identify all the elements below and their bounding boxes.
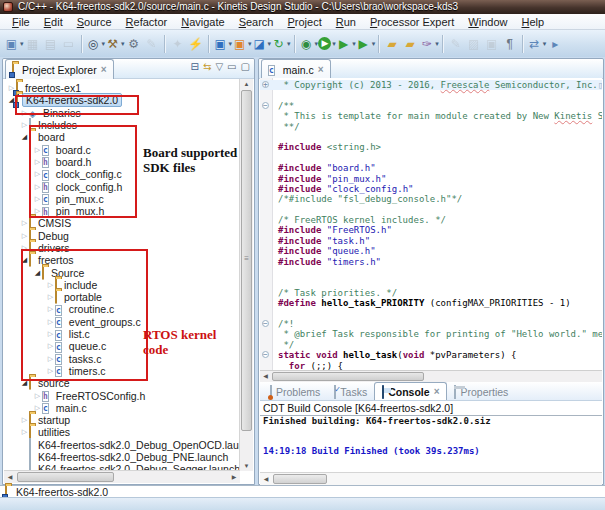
expand-arrow-icon[interactable]: ▷: [46, 355, 55, 363]
tree-horizontal-scrollbar[interactable]: ◀ ▶: [4, 470, 240, 483]
collapse-arrow-icon[interactable]: ◢: [20, 379, 29, 387]
scroll-left-icon[interactable]: ◀: [260, 371, 271, 382]
tab-main-c[interactable]: c main.c ×: [261, 59, 331, 79]
close-icon[interactable]: ×: [434, 386, 440, 397]
code-line[interactable]: */: [260, 340, 602, 350]
code-line[interactable]: #define hello_task_PRIORITY (configMAX_P…: [260, 298, 602, 308]
scroll-down-icon[interactable]: ▼: [240, 461, 253, 471]
tree-item-list.c[interactable]: ▷clist.c: [4, 328, 240, 340]
scroll-left-icon[interactable]: ◀: [4, 471, 16, 483]
expand-arrow-icon[interactable]: ▷: [20, 232, 29, 240]
tree-item-drivers[interactable]: ▷drivers: [4, 242, 240, 254]
expand-arrow-icon[interactable]: ▷: [46, 342, 55, 350]
code-line[interactable]: #include "queue.h": [260, 246, 602, 256]
scroll-left-icon[interactable]: ◀: [260, 473, 272, 485]
maximize-icon[interactable]: ▢: [241, 61, 250, 72]
minimize-icon[interactable]: ▭: [227, 61, 236, 72]
code-line[interactable]: /* FreeRTOS kernel includes. */: [260, 215, 602, 225]
expand-arrow-icon[interactable]: ▷: [46, 281, 55, 289]
scroll-right-icon[interactable]: ▶: [228, 471, 240, 483]
tree-item-pin-mux.c[interactable]: ▷cpin_mux.c: [4, 193, 240, 205]
c-refresh-icon[interactable]: ↻▾: [271, 35, 291, 53]
code-line[interactable]: [260, 267, 602, 277]
expand-arrow-icon[interactable]: ▷: [20, 416, 29, 424]
tree-item-k64-freertos-sdk2.0-debug-pne.launch[interactable]: K64-freertos-sdk2.0_Debug_PNE.launch: [4, 451, 240, 463]
tab-problems[interactable]: Problems: [263, 383, 327, 400]
debug-icon[interactable]: ◉▾: [299, 35, 319, 53]
code-line[interactable]: /* Task priorities. */: [260, 288, 602, 298]
tree-item-main.c[interactable]: ▷cmain.c: [4, 402, 240, 414]
tree-item-k64-freertos-sdk2.0-debug-openocd.launch[interactable]: K64-freertos-sdk2.0_Debug_OpenOCD.launch: [4, 439, 240, 451]
collapse-all-icon[interactable]: ⊟: [191, 61, 199, 72]
code-line[interactable]: [260, 90, 602, 100]
menu-window[interactable]: Window: [461, 16, 514, 28]
code-line[interactable]: [260, 132, 602, 142]
expand-arrow-icon[interactable]: ▷: [20, 121, 29, 129]
collapse-arrow-icon[interactable]: ◢: [20, 256, 29, 264]
expand-arrow-icon[interactable]: ▷: [33, 392, 42, 400]
tree-item-clock-config.c[interactable]: ▷cclock_config.c: [4, 168, 240, 180]
tree-item-event-groups.c[interactable]: ▷cevent_groups.c: [4, 316, 240, 328]
code-line[interactable]: #include "task.h": [260, 236, 602, 246]
expand-arrow-icon[interactable]: ▷: [33, 146, 42, 154]
menu-run[interactable]: Run: [329, 16, 363, 28]
scroll-up-icon[interactable]: ▲: [240, 79, 253, 89]
dropdown-arrow-icon[interactable]: ▾: [372, 35, 376, 53]
close-icon[interactable]: ×: [318, 64, 324, 75]
tree-item-tasks.c[interactable]: ▷ctasks.c: [4, 353, 240, 365]
tree-item-freertosconfig.h[interactable]: ▷hFreeRTOSConfig.h: [4, 389, 240, 401]
profile-icon[interactable]: ▶▾: [356, 35, 376, 53]
code-line[interactable]: + * Copyright (c) 2013 - 2016, Freescale…: [260, 80, 602, 90]
collapse-arrow-icon[interactable]: ◢: [20, 133, 29, 141]
tree-item-source[interactable]: ◢Source: [4, 266, 240, 278]
code-line[interactable]: [260, 205, 602, 215]
run-icon[interactable]: ▶▾: [318, 35, 336, 53]
collapse-arrow-icon[interactable]: ◢: [33, 269, 42, 277]
dropdown-arrow-icon[interactable]: ▾: [20, 35, 24, 53]
run-config-icon[interactable]: ▶▾: [336, 35, 356, 53]
tree-item-include[interactable]: ▷include: [4, 279, 240, 291]
tree-item-queue.c[interactable]: ▷cqueue.c: [4, 340, 240, 352]
tree-item-cmsis[interactable]: ▷CMSIS: [4, 217, 240, 229]
tab-project-explorer[interactable]: Project Explorer ×: [5, 59, 114, 79]
tree-item-debug[interactable]: ▷Debug: [4, 230, 240, 242]
tree-item-includes[interactable]: ▷Includes: [4, 119, 240, 131]
console-horizontal-scrollbar[interactable]: ◀: [260, 472, 602, 486]
expand-arrow-icon[interactable]: ▷: [20, 219, 29, 227]
show-whitespace-icon[interactable]: ¶: [501, 35, 519, 53]
expand-arrow-icon[interactable]: ▷: [33, 170, 42, 178]
scrollbar-thumb[interactable]: [273, 474, 327, 484]
fold-collapse-icon[interactable]: −: [262, 351, 269, 358]
menu-file[interactable]: File: [5, 16, 37, 28]
fold-collapse-icon[interactable]: −: [262, 102, 269, 109]
tree-item-timers.c[interactable]: ▷ctimers.c: [4, 365, 240, 377]
scrollbar-thumb[interactable]: [241, 90, 252, 431]
code-line[interactable]: −/**: [260, 101, 602, 111]
tree-item-croutine.c[interactable]: ▷ccroutine.c: [4, 303, 240, 315]
tab-properties[interactable]: Properties: [447, 383, 515, 400]
menu-help[interactable]: Help: [514, 16, 551, 28]
expand-arrow-icon[interactable]: ▷: [33, 195, 42, 203]
close-icon[interactable]: ×: [101, 64, 107, 75]
tree-item-startup[interactable]: ▷startup: [4, 414, 240, 426]
tree-item-board.c[interactable]: ▷cboard.c: [4, 143, 240, 155]
view-menu-icon[interactable]: ▽: [215, 61, 223, 72]
tree-item-freertos-ex1[interactable]: ▷freertos-ex1: [4, 82, 240, 94]
code-line[interactable]: #include "timers.h": [260, 257, 602, 267]
fold-expand-icon[interactable]: +: [262, 81, 269, 88]
target-icon[interactable]: ◎▾: [86, 35, 106, 53]
open-project-icon[interactable]: ▰: [383, 35, 401, 53]
expand-arrow-icon[interactable]: ▷: [20, 109, 29, 117]
tab-console[interactable]: Console×: [374, 382, 447, 400]
fold-collapse-icon[interactable]: −: [262, 320, 269, 327]
tree-item-source[interactable]: ◢source: [4, 377, 240, 389]
code-line[interactable]: #include "board.h": [260, 163, 602, 173]
menu-edit[interactable]: Edit: [37, 16, 70, 28]
new-wizard-icon[interactable]: ▣▾: [4, 35, 24, 53]
tree-item-k64-freertos-sdk2.0[interactable]: ◢K64-freertos-sdk2.0: [4, 94, 240, 106]
code-line[interactable]: [260, 153, 602, 163]
code-line[interactable]: [260, 309, 602, 319]
tab-tasks[interactable]: Tasks: [327, 383, 374, 400]
code-line[interactable]: [260, 277, 602, 287]
code-line[interactable]: −static void hello_task(void *pvParamete…: [260, 350, 602, 360]
